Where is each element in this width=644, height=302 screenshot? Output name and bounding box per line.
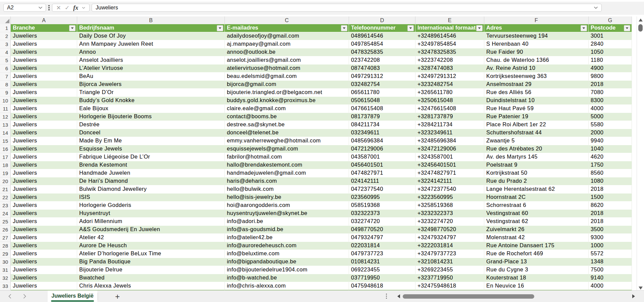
cell[interactable]: Anselmostraat 29 — [484, 81, 589, 89]
cell[interactable]: info@chris-alexxa.com — [225, 282, 349, 290]
cell[interactable]: +3223742208 — [415, 56, 484, 64]
cell[interactable]: 0472129006 — [349, 145, 415, 153]
cell[interactable]: Lange Herentalsestraat 62 — [484, 185, 589, 193]
cell[interactable]: handmadejuwelen@gmail.com — [225, 169, 349, 177]
cell[interactable]: S Herenbaan 40 — [484, 40, 589, 48]
cell[interactable]: Atelier D’horlogerie BeLux Time — [77, 250, 225, 258]
row-number-22[interactable]: 22 — [0, 193, 11, 202]
cell[interactable]: 9300 — [589, 234, 632, 242]
filter-button[interactable] — [69, 25, 76, 31]
filter-button[interactable] — [341, 25, 347, 31]
cell[interactable]: Horlogerie Bijouterie Booms — [77, 113, 225, 121]
row-number-6[interactable]: 6 — [0, 64, 11, 73]
row-number-5[interactable]: 5 — [0, 56, 11, 64]
cell[interactable]: Triangle D’Or — [77, 89, 225, 97]
cell[interactable]: info@beluxtime.com — [225, 250, 349, 258]
cell[interactable]: +32474827971 — [415, 169, 484, 177]
cell[interactable]: ISIS — [77, 193, 225, 202]
row-number-32[interactable]: 32 — [0, 274, 11, 282]
cell[interactable]: Juweliers — [11, 258, 77, 266]
cell[interactable]: Juweliers — [11, 97, 77, 105]
cell[interactable]: Juweliers — [11, 202, 77, 210]
cell[interactable]: 023742208 — [349, 56, 415, 64]
cell[interactable]: Bulwik Diamond Jewellery — [77, 185, 225, 193]
cell[interactable]: BeAu — [77, 73, 225, 81]
cell[interactable]: Rue Antoine Dansaert 175 — [484, 242, 589, 250]
name-box[interactable]: A2 — [3, 4, 46, 12]
cell[interactable]: +3281737879 — [415, 113, 484, 121]
cell[interactable]: +3222031814 — [415, 242, 484, 250]
cell[interactable]: Bijouterie Delrue — [77, 266, 225, 274]
cell[interactable]: 9940 — [589, 137, 632, 145]
cell[interactable]: Molenstraat 42 — [484, 234, 589, 242]
header-cell[interactable]: Internationaal formaat — [415, 24, 484, 32]
cell[interactable]: beau.edelsmid@gmail.com — [225, 73, 349, 81]
insert-function-icon[interactable]: fx — [73, 4, 78, 11]
cell[interactable]: L’Atelier Virtuose — [77, 64, 225, 73]
cell[interactable]: Juweliers — [11, 153, 77, 161]
header-cell[interactable]: Adres — [484, 24, 589, 32]
filter-button[interactable] — [217, 25, 223, 31]
cell[interactable]: info@b-watched.be — [225, 274, 349, 282]
cell[interactable]: +32456401501 — [415, 161, 484, 169]
cell[interactable]: Schuttershofstraat 44 — [484, 129, 589, 137]
cell[interactable]: Rue du Cygne 3 — [484, 266, 589, 274]
cell[interactable]: bijorca@gmail.com — [225, 81, 349, 89]
row-number-19[interactable]: 19 — [0, 169, 11, 177]
cell[interactable]: 0497291312 — [349, 73, 415, 81]
cell[interactable]: 069223455 — [349, 266, 415, 274]
row-number-17[interactable]: 17 — [0, 153, 11, 161]
cell[interactable]: huysentruytjuwelen@skynet.be — [225, 210, 349, 218]
row-number-2[interactable]: 2 — [0, 32, 11, 40]
cell[interactable]: 065611780 — [349, 89, 415, 97]
cell[interactable]: info@atelier42.be — [225, 234, 349, 242]
cell[interactable]: +3237719950 — [415, 274, 484, 282]
formula-bar-handle-icon[interactable] — [48, 5, 50, 10]
column-letter-A[interactable]: A — [11, 16, 77, 24]
cell[interactable]: Adori Millennium — [77, 218, 225, 226]
cell[interactable]: hallo@brendakestemont.com — [225, 161, 349, 169]
cell[interactable]: Juweliers — [11, 210, 77, 218]
confirm-icon[interactable]: ✓ — [65, 4, 69, 11]
cell[interactable]: 0456401501 — [349, 161, 415, 169]
cell[interactable]: Juweliers — [11, 81, 77, 89]
cell[interactable]: 9800 — [589, 73, 632, 81]
cell[interactable]: Daily Dose Of Joy — [77, 32, 225, 40]
column-letter-C[interactable]: C — [225, 16, 349, 24]
cell[interactable]: Eale Bijoux — [77, 105, 225, 113]
cell[interactable]: Juweliers — [11, 282, 77, 290]
cell[interactable]: donceel@telenet.be — [225, 129, 349, 137]
cell[interactable]: 0498770520 — [349, 226, 415, 234]
header-cell[interactable]: Postcode — [589, 24, 632, 32]
row-number-7[interactable]: 7 — [0, 73, 11, 81]
cell[interactable]: 081737879 — [349, 113, 415, 121]
chevron-down-icon[interactable] — [82, 7, 85, 9]
cell[interactable]: 3500 — [589, 226, 632, 234]
cell[interactable]: 050615048 — [349, 97, 415, 105]
cell[interactable]: +3284211734 — [415, 121, 484, 129]
cell[interactable]: anselot.joailliers@gmail.com — [225, 56, 349, 64]
expand-formula-bar-icon[interactable] — [594, 6, 598, 9]
horizontal-scrollbar-thumb[interactable] — [403, 294, 534, 299]
cell[interactable]: Rue de Rochefort 469 — [484, 250, 589, 258]
filter-button[interactable] — [476, 25, 483, 31]
row-number-9[interactable]: 9 — [0, 89, 11, 97]
cell[interactable]: 1180 — [589, 56, 632, 64]
add-sheet-button[interactable]: + — [111, 291, 124, 302]
cell[interactable]: Juweliers — [11, 226, 77, 234]
cell[interactable]: info@as-goudsmid.be — [225, 226, 349, 234]
row-number-30[interactable]: 30 — [0, 258, 11, 266]
cell[interactable]: Juweliers — [11, 177, 77, 185]
cell[interactable]: Handmade Juwelen — [77, 169, 225, 177]
cell[interactable]: 032322373 — [349, 210, 415, 218]
cell[interactable]: Juweliers — [11, 64, 77, 73]
cell[interactable]: 1500 — [589, 193, 632, 202]
row-number-27[interactable]: 27 — [0, 234, 11, 242]
cell[interactable]: 0472377540 — [349, 185, 415, 193]
cell[interactable]: Juweliers — [11, 234, 77, 242]
cell[interactable]: 8620 — [589, 202, 632, 210]
header-cell[interactable]: Telefoonnummer — [349, 24, 415, 32]
cell[interactable]: Vestingstraat 60 — [484, 210, 589, 218]
cell[interactable]: 4900 — [589, 64, 632, 73]
cell[interactable]: Av. des Martyrs 145 — [484, 153, 589, 161]
